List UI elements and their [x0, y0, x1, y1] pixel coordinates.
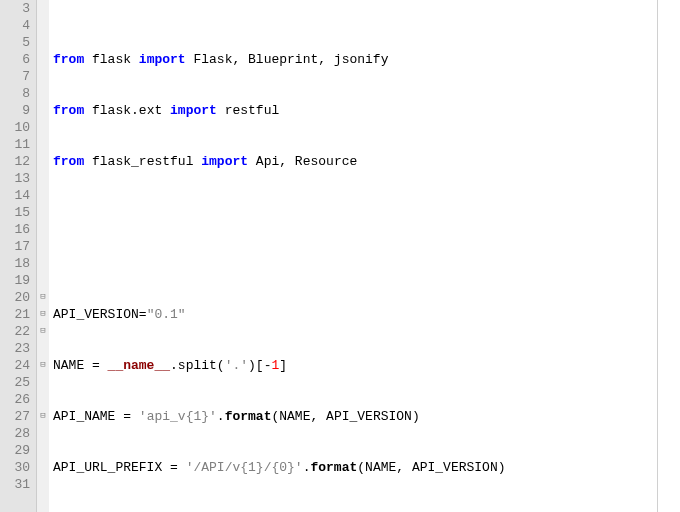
line-number-gutter: 3456789101112131415161718192021222324252…: [0, 0, 37, 512]
fold-gutter[interactable]: ⊟⊟⊟⊟⊟: [37, 0, 49, 512]
code-area[interactable]: from flask import Flask, Blueprint, json…: [49, 0, 680, 512]
print-margin: [657, 0, 658, 512]
code-editor[interactable]: 3456789101112131415161718192021222324252…: [0, 0, 680, 512]
